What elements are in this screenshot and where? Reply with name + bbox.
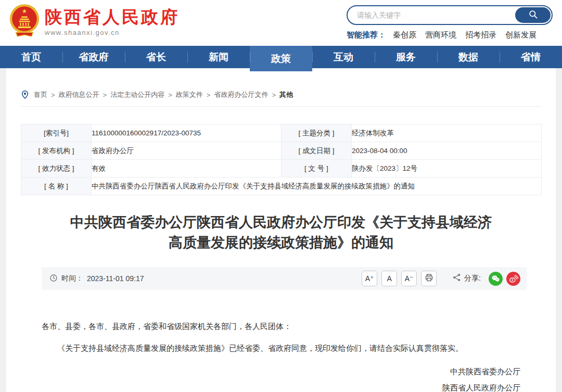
- header-search-area: 智能推荐： 秦创原 营商环境 招考招录 创新发展: [347, 5, 553, 40]
- page-title-line2: 高质量发展的接续政策措施》的通知: [37, 233, 525, 253]
- location-pin-icon: [21, 90, 29, 99]
- meta-label-issuing-agency: [ 发布机构 ]: [21, 142, 92, 160]
- breadcrumb: 首页 > 政府信息公开 > 法定主动公开内容 > 政策文件 > 省政府办公厅文件…: [6, 68, 556, 99]
- main-nav: 首页 省政府 省长 新闻 政策 互动 服务 数据 省情: [0, 46, 562, 68]
- search-button[interactable]: [515, 7, 551, 23]
- clock-icon: [49, 274, 58, 284]
- site-logo[interactable]: 陕西省人民政府 www.shaanxi.gov.cn: [9, 4, 180, 39]
- nav-item-policy[interactable]: 政策: [250, 46, 312, 71]
- page-content: 首页 > 政府信息公开 > 法定主动公开内容 > 政策文件 > 省政府办公厅文件…: [6, 68, 556, 392]
- site-url: www.shaanxi.gov.cn: [45, 29, 180, 36]
- breadcrumb-item-policy-docs[interactable]: 政策文件: [176, 90, 203, 99]
- page-title-line1: 中共陕西省委办公厅陕西省人民政府办公厅印发《关于支持县域经济: [37, 212, 525, 233]
- printer-icon: [425, 273, 433, 284]
- breadcrumb-item-office-docs[interactable]: 省政府办公厅文件: [214, 90, 268, 99]
- breadcrumb-separator: >: [207, 91, 211, 99]
- time-label: 时间：: [61, 274, 83, 283]
- breadcrumb-separator: >: [272, 91, 276, 99]
- hot-search-bar: 智能推荐： 秦创原 营商环境 招考招录 创新发展: [347, 30, 553, 40]
- nav-item-home[interactable]: 首页: [0, 46, 62, 68]
- breadcrumb-separator: >: [103, 91, 107, 99]
- meta-row: [ 发布机构 ] 省政府办公厅 [ 成文日期 ] 2023-08-04 00:0…: [21, 142, 542, 160]
- meta-table: [索引号] 116100000160002917/2023-00735 [ 主题…: [21, 124, 542, 195]
- signature-line-2: 陕西省人民政府办公厅: [42, 381, 520, 392]
- article-info-bar: 时间：2023-11-01 09:17 A⁺ A A⁻: [42, 267, 527, 290]
- meta-label-index-number: [索引号]: [21, 124, 92, 142]
- signature-line-1: 中共陕西省委办公厅: [42, 365, 520, 378]
- meta-row: [ 效力状态 ] 有效 [ 文 号 ] 陕办发〔2023〕12号: [21, 160, 542, 178]
- national-emblem-icon: [9, 4, 40, 39]
- meta-value-validity: 有效: [92, 160, 282, 178]
- brand-text: 陕西省人民政府 www.shaanxi.gov.cn: [45, 4, 180, 36]
- share-group: 分享:: [452, 272, 520, 286]
- breadcrumb-divider: [21, 106, 541, 107]
- breadcrumb-separator: >: [168, 91, 172, 99]
- font-larger-button[interactable]: A⁺: [362, 271, 377, 286]
- meta-label-doc-number: [ 文 号 ]: [282, 160, 352, 178]
- breadcrumb-item-current: 其他: [279, 90, 293, 99]
- article-body: 各市、县委，各市、县政府，省委和省级国家机关各部门，各人民团体： 《关于支持县域…: [42, 320, 520, 392]
- meta-label-topic-category: [ 主题分类 ]: [282, 124, 352, 142]
- nav-item-news[interactable]: 新闻: [187, 46, 250, 68]
- nav-item-services[interactable]: 服务: [375, 46, 437, 68]
- search-input[interactable]: [356, 7, 499, 23]
- hot-search-label: 智能推荐：: [347, 30, 386, 40]
- meta-value-name: 中共陕西省委办公厅陕西省人民政府办公厅印发《关于支持县域经济高质量发展的接续政策…: [92, 178, 542, 195]
- meta-row: [ 名 称 ] 中共陕西省委办公厅陕西省人民政府办公厅印发《关于支持县域经济高质…: [21, 178, 542, 195]
- time-value: 2023-11-01 09:17: [87, 274, 144, 283]
- hot-link-qinchuangyuan[interactable]: 秦创原: [393, 30, 416, 40]
- search-icon: [528, 9, 538, 21]
- meta-value-issuing-agency: 省政府办公厅: [92, 142, 282, 160]
- page-title: 中共陕西省委办公厅陕西省人民政府办公厅印发《关于支持县域经济 高质量发展的接续政…: [37, 212, 525, 253]
- article-paragraph: 各市、县委，各市、县政府，省委和省级国家机关各部门，各人民团体：: [42, 320, 520, 333]
- meta-value-topic-category: 经济体制改革: [352, 124, 542, 142]
- meta-value-doc-number: 陕办发〔2023〕12号: [352, 160, 542, 178]
- hot-link-recruitment[interactable]: 招考招录: [465, 30, 496, 40]
- print-button[interactable]: [421, 271, 437, 286]
- font-normal-button[interactable]: A: [381, 271, 397, 286]
- share-label: 分享:: [464, 274, 481, 283]
- breadcrumb-item-statutory-content[interactable]: 法定主动公开内容: [110, 90, 164, 99]
- nav-item-interaction[interactable]: 互动: [312, 46, 375, 68]
- publish-time: 时间：2023-11-01 09:17: [49, 274, 144, 284]
- site-title: 陕西省人民政府: [45, 7, 180, 27]
- wechat-share-button[interactable]: [489, 272, 503, 286]
- breadcrumb-item-info-disclosure[interactable]: 政府信息公开: [59, 90, 99, 99]
- breadcrumb-item-home[interactable]: 首页: [34, 90, 47, 99]
- signature-block: 中共陕西省委办公厅 陕西省人民政府办公厅: [42, 365, 520, 392]
- meta-row: [索引号] 116100000160002917/2023-00735 [ 主题…: [21, 124, 542, 142]
- nav-item-governor[interactable]: 省长: [125, 46, 187, 68]
- site-header: 陕西省人民政府 www.shaanxi.gov.cn 智能推荐： 秦创原 营商环…: [0, 0, 562, 46]
- hot-link-business-env[interactable]: 营商环境: [425, 30, 456, 40]
- meta-label-validity: [ 效力状态 ]: [21, 160, 92, 178]
- search-box: [347, 5, 553, 25]
- meta-value-index-number: 116100000160002917/2023-00735: [92, 124, 282, 142]
- font-smaller-button[interactable]: A⁻: [401, 271, 417, 286]
- nav-item-province-info[interactable]: 省情: [500, 46, 562, 68]
- nav-item-data[interactable]: 数据: [437, 46, 500, 68]
- share-icon: [452, 273, 462, 284]
- breadcrumb-separator: >: [51, 91, 55, 99]
- meta-value-issue-date: 2023-08-04 00:00: [352, 142, 542, 160]
- article-paragraph: 《关于支持县域经济高质量发展的接续政策措施》已经省委、省政府同意，现印发给你们，…: [42, 342, 520, 355]
- hot-link-innovation[interactable]: 创新发展: [505, 30, 537, 40]
- page: { "header": { "site_name": "陕西省人民政府", "s…: [0, 0, 562, 392]
- weibo-share-button[interactable]: [506, 272, 520, 286]
- article-tools: A⁺ A A⁻: [357, 271, 520, 286]
- meta-label-name: [ 名 称 ]: [21, 178, 92, 195]
- nav-item-provincial-gov[interactable]: 省政府: [62, 46, 125, 68]
- meta-label-issue-date: [ 成文日期 ]: [282, 142, 352, 160]
